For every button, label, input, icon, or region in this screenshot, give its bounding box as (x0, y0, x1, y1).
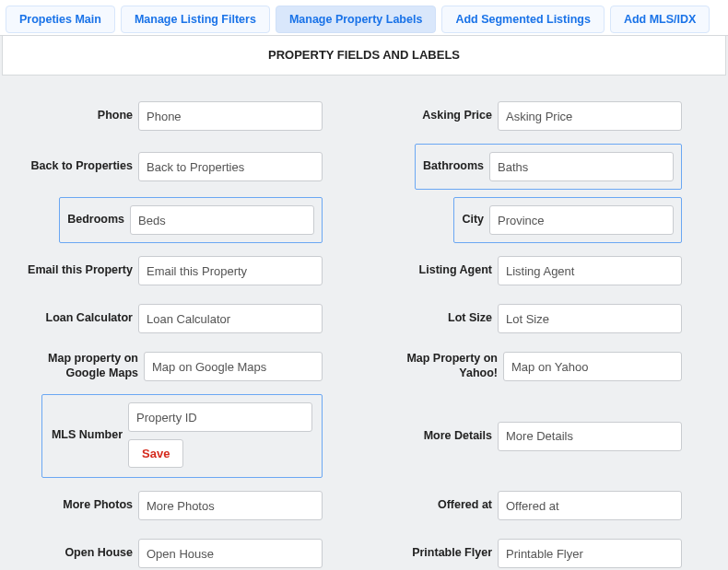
label-more-details: More Details (424, 429, 492, 444)
field-lot-size: Lot Size (378, 295, 682, 343)
label-listing-agent: Listing Agent (419, 263, 492, 278)
field-email-property: Email this Property (18, 247, 323, 295)
field-more-details: More Details (378, 390, 682, 482)
input-phone[interactable] (138, 101, 323, 131)
input-bedrooms[interactable] (130, 205, 314, 235)
input-asking-price[interactable] (498, 101, 682, 131)
save-button[interactable]: Save (128, 439, 183, 468)
label-bathrooms: Bathrooms (423, 159, 484, 174)
input-loan-calculator[interactable] (138, 304, 323, 333)
label-city: City (462, 213, 484, 227)
label-back-to-properties: Back to Properties (31, 159, 133, 174)
label-loan-calculator: Loan Calculator (46, 311, 133, 326)
field-mls-number: MLS Number Save (18, 390, 323, 482)
input-map-google[interactable] (144, 352, 323, 381)
field-asking-price: Asking Price (378, 92, 682, 140)
tab-manage-property-labels[interactable]: Manage Property Labels (276, 6, 437, 33)
tabs-bar: Propeties Main Manage Listing Filters Ma… (0, 0, 728, 35)
tab-properties-main[interactable]: Propeties Main (6, 6, 115, 33)
field-phone: Phone (18, 92, 323, 140)
field-listing-agent: Listing Agent (378, 247, 682, 295)
label-bedrooms: Bedrooms (67, 213, 124, 227)
input-open-house[interactable] (138, 539, 323, 568)
label-mls-number: MLS Number (52, 428, 123, 443)
label-open-house: Open House (65, 546, 133, 561)
field-offered-at: Offered at (378, 482, 682, 529)
fields-grid: Phone Asking Price Back to Properties Ba… (0, 76, 728, 570)
input-bathrooms[interactable] (489, 152, 674, 181)
label-map-yahoo: Map Property on Yahoo! (378, 352, 498, 380)
label-lot-size: Lot Size (448, 311, 492, 326)
panel-title: PROPERTY FIELDS AND LABELS (2, 36, 726, 76)
mls-highlight-box: MLS Number Save (41, 394, 323, 478)
input-more-photos[interactable] (138, 491, 323, 520)
input-mls-number[interactable] (128, 402, 312, 432)
field-bedrooms: Bedrooms (18, 193, 323, 247)
field-bathrooms: Bathrooms (378, 140, 682, 193)
panel: PROPERTY FIELDS AND LABELS Phone Asking … (0, 35, 728, 570)
field-loan-calculator: Loan Calculator (18, 295, 323, 343)
input-listing-agent[interactable] (498, 256, 682, 285)
tab-add-segmented-listings[interactable]: Add Segmented Listings (441, 6, 605, 33)
label-offered-at: Offered at (438, 498, 492, 513)
label-phone: Phone (98, 109, 133, 123)
field-open-house: Open House (18, 529, 323, 570)
label-email-property: Email this Property (28, 263, 133, 278)
tab-manage-listing-filters[interactable]: Manage Listing Filters (121, 6, 270, 33)
input-more-details[interactable] (498, 422, 682, 451)
field-back-to-properties: Back to Properties (18, 140, 323, 193)
input-email-property[interactable] (138, 256, 323, 285)
field-map-yahoo: Map Property on Yahoo! (378, 343, 682, 390)
label-map-google: Map property on Google Maps (18, 352, 138, 380)
label-asking-price: Asking Price (422, 109, 492, 123)
input-city[interactable] (489, 205, 674, 235)
input-printable-flyer[interactable] (498, 539, 682, 568)
input-map-yahoo[interactable] (503, 352, 682, 381)
label-printable-flyer: Printable Flyer (412, 546, 492, 561)
input-lot-size[interactable] (498, 304, 682, 333)
field-more-photos: More Photos (18, 482, 323, 529)
label-more-photos: More Photos (63, 498, 133, 513)
tab-add-mls-idx[interactable]: Add MLS/IDX (610, 6, 710, 33)
field-map-google: Map property on Google Maps (18, 343, 323, 390)
input-back-to-properties[interactable] (138, 152, 323, 181)
input-offered-at[interactable] (498, 491, 682, 520)
field-printable-flyer: Printable Flyer (378, 529, 682, 570)
field-city: City (378, 193, 682, 247)
